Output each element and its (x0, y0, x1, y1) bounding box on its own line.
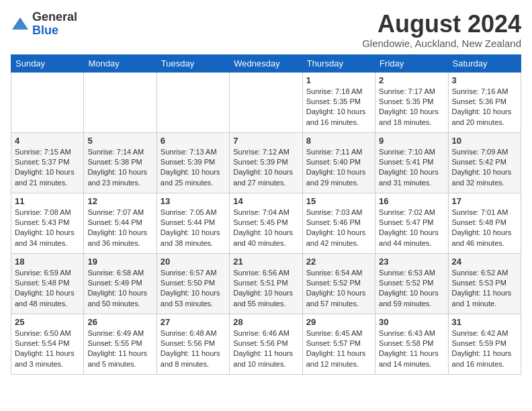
day-info: Sunrise: 6:42 AM Sunset: 5:59 PM Dayligh… (452, 328, 517, 370)
calendar-week-4: 18Sunrise: 6:59 AM Sunset: 5:48 PM Dayli… (11, 253, 521, 314)
day-number: 25 (15, 317, 80, 327)
calendar-cell (84, 72, 157, 132)
day-info: Sunrise: 7:01 AM Sunset: 5:48 PM Dayligh… (452, 208, 517, 249)
calendar-cell: 21Sunrise: 6:56 AM Sunset: 5:51 PM Dayli… (230, 253, 302, 314)
day-number: 19 (87, 257, 152, 267)
day-number: 13 (161, 196, 226, 206)
day-info: Sunrise: 7:10 AM Sunset: 5:41 PM Dayligh… (379, 147, 444, 189)
day-number: 22 (306, 257, 371, 267)
day-info: Sunrise: 7:07 AM Sunset: 5:44 PM Dayligh… (87, 208, 152, 249)
logo-text: General Blue (32, 11, 77, 38)
day-number: 23 (379, 257, 444, 267)
day-info: Sunrise: 6:56 AM Sunset: 5:51 PM Dayligh… (233, 268, 298, 310)
day-info: Sunrise: 6:52 AM Sunset: 5:53 PM Dayligh… (452, 268, 517, 310)
title-block: August 2024 Glendowie, Auckland, New Zea… (362, 11, 521, 49)
day-info: Sunrise: 6:57 AM Sunset: 5:50 PM Dayligh… (161, 268, 226, 310)
day-number: 4 (15, 136, 80, 146)
day-number: 12 (87, 196, 152, 206)
day-info: Sunrise: 7:13 AM Sunset: 5:39 PM Dayligh… (161, 147, 226, 189)
calendar-cell: 16Sunrise: 7:02 AM Sunset: 5:47 PM Dayli… (375, 193, 448, 253)
calendar-cell: 12Sunrise: 7:07 AM Sunset: 5:44 PM Dayli… (84, 193, 157, 253)
month-year-title: August 2024 (362, 11, 521, 38)
calendar-week-2: 4Sunrise: 7:15 AM Sunset: 5:37 PM Daylig… (11, 132, 521, 193)
calendar-cell: 22Sunrise: 6:54 AM Sunset: 5:52 PM Dayli… (302, 253, 375, 314)
day-info: Sunrise: 6:54 AM Sunset: 5:52 PM Dayligh… (306, 268, 371, 310)
day-number: 15 (306, 196, 371, 206)
weekday-header-monday: Monday (84, 54, 157, 72)
day-number: 26 (87, 317, 152, 327)
calendar-cell: 4Sunrise: 7:15 AM Sunset: 5:37 PM Daylig… (11, 132, 84, 193)
calendar-cell (230, 72, 302, 132)
calendar-cell: 13Sunrise: 7:05 AM Sunset: 5:44 PM Dayli… (157, 193, 229, 253)
day-info: Sunrise: 6:45 AM Sunset: 5:57 PM Dayligh… (306, 328, 371, 370)
day-number: 8 (306, 136, 371, 146)
calendar-week-3: 11Sunrise: 7:08 AM Sunset: 5:43 PM Dayli… (11, 193, 521, 253)
day-number: 3 (452, 75, 517, 85)
weekday-header-sunday: Sunday (11, 54, 84, 72)
day-number: 14 (233, 196, 298, 206)
day-number: 10 (452, 136, 517, 146)
logo: General Blue (11, 11, 77, 38)
day-number: 5 (87, 136, 152, 146)
day-number: 18 (15, 257, 80, 267)
day-number: 6 (161, 136, 226, 146)
weekday-header-friday: Friday (375, 54, 448, 72)
calendar-cell: 9Sunrise: 7:10 AM Sunset: 5:41 PM Daylig… (375, 132, 448, 193)
day-number: 29 (306, 317, 371, 327)
calendar-cell: 31Sunrise: 6:42 AM Sunset: 5:59 PM Dayli… (448, 314, 521, 374)
weekday-header-thursday: Thursday (302, 54, 375, 72)
day-number: 21 (233, 257, 298, 267)
day-info: Sunrise: 7:04 AM Sunset: 5:45 PM Dayligh… (233, 208, 298, 249)
calendar-cell: 7Sunrise: 7:12 AM Sunset: 5:39 PM Daylig… (230, 132, 302, 193)
day-number: 9 (379, 136, 444, 146)
calendar-cell: 17Sunrise: 7:01 AM Sunset: 5:48 PM Dayli… (448, 193, 521, 253)
day-info: Sunrise: 6:50 AM Sunset: 5:54 PM Dayligh… (15, 328, 80, 370)
calendar-cell: 2Sunrise: 7:17 AM Sunset: 5:35 PM Daylig… (375, 72, 448, 132)
calendar-cell: 25Sunrise: 6:50 AM Sunset: 5:54 PM Dayli… (11, 314, 84, 374)
calendar-cell: 30Sunrise: 6:43 AM Sunset: 5:58 PM Dayli… (375, 314, 448, 374)
day-info: Sunrise: 6:58 AM Sunset: 5:49 PM Dayligh… (87, 268, 152, 310)
calendar-cell: 6Sunrise: 7:13 AM Sunset: 5:39 PM Daylig… (157, 132, 229, 193)
calendar-cell: 23Sunrise: 6:53 AM Sunset: 5:52 PM Dayli… (375, 253, 448, 314)
weekday-header-saturday: Saturday (448, 54, 521, 72)
day-info: Sunrise: 7:18 AM Sunset: 5:35 PM Dayligh… (306, 87, 371, 128)
calendar-cell: 26Sunrise: 6:49 AM Sunset: 5:55 PM Dayli… (84, 314, 157, 374)
calendar-table: SundayMondayTuesdayWednesdayThursdayFrid… (11, 54, 521, 375)
calendar-cell: 29Sunrise: 6:45 AM Sunset: 5:57 PM Dayli… (302, 314, 375, 374)
day-info: Sunrise: 6:49 AM Sunset: 5:55 PM Dayligh… (87, 328, 152, 370)
weekday-header-row: SundayMondayTuesdayWednesdayThursdayFrid… (11, 54, 521, 72)
page-header: General Blue August 2024 Glendowie, Auck… (11, 11, 521, 49)
calendar-week-1: 1Sunrise: 7:18 AM Sunset: 5:35 PM Daylig… (11, 72, 521, 132)
logo-icon (11, 15, 30, 34)
day-number: 16 (379, 196, 444, 206)
day-info: Sunrise: 6:46 AM Sunset: 5:56 PM Dayligh… (233, 328, 298, 370)
calendar-week-5: 25Sunrise: 6:50 AM Sunset: 5:54 PM Dayli… (11, 314, 521, 374)
day-info: Sunrise: 7:16 AM Sunset: 5:36 PM Dayligh… (452, 87, 517, 128)
calendar-cell: 3Sunrise: 7:16 AM Sunset: 5:36 PM Daylig… (448, 72, 521, 132)
calendar-cell: 1Sunrise: 7:18 AM Sunset: 5:35 PM Daylig… (302, 72, 375, 132)
calendar-cell: 5Sunrise: 7:14 AM Sunset: 5:38 PM Daylig… (84, 132, 157, 193)
day-info: Sunrise: 7:09 AM Sunset: 5:42 PM Dayligh… (452, 147, 517, 189)
day-number: 1 (306, 75, 371, 85)
calendar-cell: 28Sunrise: 6:46 AM Sunset: 5:56 PM Dayli… (230, 314, 302, 374)
day-number: 17 (452, 196, 517, 206)
day-info: Sunrise: 7:03 AM Sunset: 5:46 PM Dayligh… (306, 208, 371, 249)
calendar-cell (11, 72, 84, 132)
day-number: 24 (452, 257, 517, 267)
day-info: Sunrise: 7:08 AM Sunset: 5:43 PM Dayligh… (15, 208, 80, 249)
day-number: 11 (15, 196, 80, 206)
day-number: 30 (379, 317, 444, 327)
weekday-header-tuesday: Tuesday (157, 54, 229, 72)
day-number: 20 (161, 257, 226, 267)
location-subtitle: Glendowie, Auckland, New Zealand (362, 38, 521, 49)
calendar-cell: 27Sunrise: 6:48 AM Sunset: 5:56 PM Dayli… (157, 314, 229, 374)
calendar-cell: 10Sunrise: 7:09 AM Sunset: 5:42 PM Dayli… (448, 132, 521, 193)
calendar-cell: 8Sunrise: 7:11 AM Sunset: 5:40 PM Daylig… (302, 132, 375, 193)
day-info: Sunrise: 6:48 AM Sunset: 5:56 PM Dayligh… (161, 328, 226, 370)
day-info: Sunrise: 7:05 AM Sunset: 5:44 PM Dayligh… (161, 208, 226, 249)
day-number: 27 (161, 317, 226, 327)
calendar-cell: 19Sunrise: 6:58 AM Sunset: 5:49 PM Dayli… (84, 253, 157, 314)
day-info: Sunrise: 7:12 AM Sunset: 5:39 PM Dayligh… (233, 147, 298, 189)
day-info: Sunrise: 6:53 AM Sunset: 5:52 PM Dayligh… (379, 268, 444, 310)
calendar-cell: 20Sunrise: 6:57 AM Sunset: 5:50 PM Dayli… (157, 253, 229, 314)
